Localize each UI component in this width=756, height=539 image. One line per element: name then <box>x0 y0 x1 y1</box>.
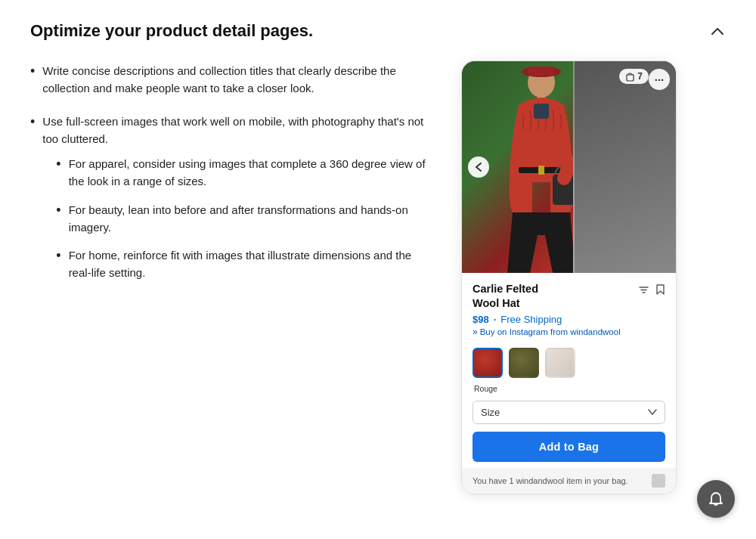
add-to-bag-button[interactable]: Add to Bag <box>472 432 665 462</box>
swatch-rouge[interactable] <box>472 348 503 378</box>
add-to-bag-label: Add to Bag <box>539 441 599 453</box>
product-title-row: Carlie Felted Wool Hat <box>472 282 665 311</box>
sub-bullet-text-1: For apparel, consider using images that … <box>69 155 431 191</box>
bookmark-icon[interactable] <box>655 283 665 298</box>
bag-count-badge[interactable]: 7 <box>619 69 649 84</box>
more-options-button[interactable]: ··· <box>649 69 670 90</box>
size-label: Size <box>481 407 500 418</box>
sub-bullet-text-3: For home, reinforce fit with images that… <box>69 246 431 282</box>
product-image-area: 7 ··· <box>462 61 676 273</box>
page: Optimize your product detail pages. Writ… <box>0 0 756 539</box>
chevron-up-icon <box>709 23 726 39</box>
list-item: Write concise descriptions and collectio… <box>30 62 431 98</box>
product-title-line1: Carlie Felted <box>472 283 538 295</box>
sub-list-item: For home, reinforce fit with images that… <box>56 246 431 282</box>
bag-icon <box>625 72 635 82</box>
bag-count: 7 <box>637 71 643 82</box>
sub-bullet-text-2: For beauty, lean into before and after t… <box>69 201 431 237</box>
bag-footer-text: You have 1 windandwool item in your bag. <box>472 476 628 485</box>
sub-bullet-list: For apparel, consider using images that … <box>56 155 431 282</box>
product-info: Carlie Felted Wool Hat <box>462 273 676 468</box>
bag-footer: You have 1 windandwool item in your bag. <box>462 468 676 494</box>
product-photo <box>462 61 676 273</box>
sub-list-item: For apparel, consider using images that … <box>56 155 431 191</box>
svg-rect-6 <box>538 166 544 175</box>
swatch-light[interactable] <box>545 348 575 378</box>
bag-footer-close[interactable] <box>652 474 665 488</box>
product-title: Carlie Felted Wool Hat <box>472 282 538 311</box>
color-swatches <box>472 345 665 381</box>
product-card-mock: 7 ··· Carlie Felted Wool Hat <box>461 60 677 494</box>
size-dropdown[interactable]: Size <box>472 401 665 424</box>
bell-icon <box>707 490 725 508</box>
shipping-label: Free Shipping <box>500 314 562 325</box>
svg-rect-2 <box>528 67 555 76</box>
chevron-down-icon <box>648 409 657 415</box>
list-item: Use full-screen images that work well on… <box>30 113 431 293</box>
page-title: Optimize your product detail pages. <box>30 21 313 41</box>
product-price: $98 <box>472 314 489 325</box>
swatch-olive[interactable] <box>509 348 539 378</box>
product-source: Buy on Instagram from windandwool <box>472 327 665 337</box>
bullet-text-1: Write concise descriptions and collectio… <box>42 62 431 98</box>
sub-list-item: For beauty, lean into before and after t… <box>56 201 431 237</box>
product-action-icons <box>638 283 665 298</box>
content-area: Write concise descriptions and collectio… <box>0 41 756 516</box>
more-dots: ··· <box>655 73 665 86</box>
image-right-panel <box>573 61 676 273</box>
bullet-text-2: Use full-screen images that work well on… <box>42 115 423 145</box>
left-content: Write concise descriptions and collectio… <box>30 54 431 308</box>
selected-color-label: Rouge <box>474 384 665 393</box>
list-item-with-sub: Use full-screen images that work well on… <box>42 113 431 293</box>
notification-bell[interactable] <box>697 480 735 518</box>
product-title-line2: Wool Hat <box>472 297 520 309</box>
svg-rect-4 <box>534 104 549 119</box>
main-bullet-list: Write concise descriptions and collectio… <box>30 62 431 293</box>
chevron-left-icon <box>475 162 482 172</box>
price-separator: · <box>494 314 497 325</box>
image-back-button[interactable] <box>468 156 489 178</box>
filter-icon[interactable] <box>638 284 649 298</box>
collapse-button[interactable] <box>709 23 726 39</box>
source-text: Buy on Instagram from windandwool <box>480 327 621 336</box>
section-header: Optimize your product detail pages. <box>0 0 756 41</box>
product-price-row: $98 · Free Shipping <box>472 314 665 325</box>
